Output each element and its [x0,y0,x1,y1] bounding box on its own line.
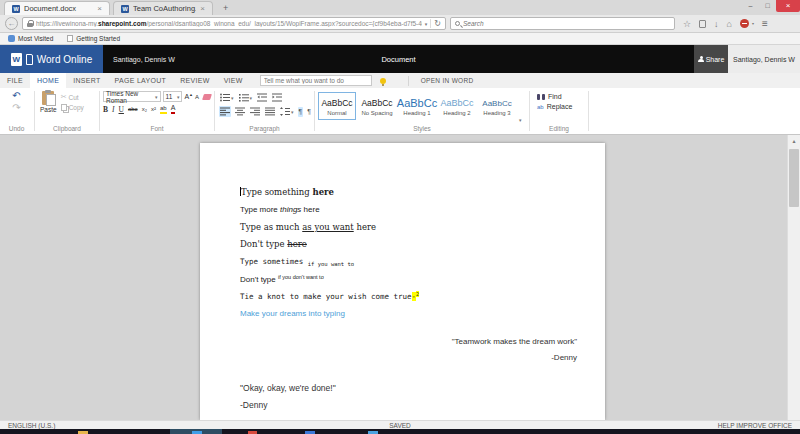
align-center-button[interactable] [234,106,246,117]
increase-indent-button[interactable] [271,92,283,103]
superscript-button[interactable]: x² [151,106,156,112]
underline-button[interactable]: U [119,105,124,114]
shrink-font-button[interactable]: A [195,94,199,100]
doc-line-6[interactable]: Don't type if you don't want to [240,274,324,284]
share-button[interactable]: Share [694,45,728,73]
replace-button[interactable]: ab Replace [537,103,587,110]
word-online-logo[interactable]: W Word Online [0,45,103,73]
ribbon: ↶ ↷ Undo Paste ✂ Cut Copy Clipboard [0,88,800,135]
divider [408,76,409,86]
rtl-paragraph-button[interactable]: ¶ [306,107,312,117]
browser-tab-coauthoring[interactable]: W Team CoAuthoring.docx × [113,1,213,15]
restore-button[interactable]: □ [759,0,776,12]
close-window-button[interactable]: × [776,0,800,12]
vertical-scrollbar[interactable]: ▴ [787,135,800,420]
style-heading-1[interactable]: AaBbCc Heading 1 [398,92,436,120]
doc-closing-block[interactable]: "Okay, okay, we're done!" -Denny [240,383,336,410]
adblock-caret-icon[interactable]: ▾ [752,21,754,26]
open-in-word-button[interactable]: OPEN IN WORD [421,77,474,84]
minimize-button[interactable]: – [742,0,759,12]
copy-button[interactable]: Copy [61,104,84,111]
browser-tab-document[interactable]: W Document.docx × [4,1,110,15]
tell-me-box[interactable] [260,75,372,86]
styles-more-button[interactable]: ▾ [518,117,523,125]
line-spacing-button[interactable]: ▾ [279,106,295,117]
tab-close-icon[interactable]: × [97,5,102,13]
signed-in-user[interactable]: Santiago, Dennis W [728,45,800,73]
clear-formatting-icon[interactable] [202,94,212,100]
doc-quote-block[interactable]: "Teamwork makes the dream work" -Denny [452,337,577,362]
new-tab-button[interactable]: + [219,2,232,15]
cut-button[interactable]: ✂ Cut [61,93,84,101]
doc-line-5[interactable]: Type sometimes if you want to [240,257,354,267]
styles-group: AaBbCc Normal AaBbCc No Spacing AaBbCc H… [316,88,528,134]
tab-file[interactable]: FILE [0,73,30,88]
search-bar[interactable] [450,17,675,30]
style-name: No Spacing [361,110,392,116]
doc-line-2[interactable]: Type more things here [240,205,320,214]
bookmark-most-visited[interactable]: Most Visited [8,35,53,42]
doc-line-8[interactable]: Make your dreams into typing [240,309,345,318]
italic-button[interactable]: I [112,105,115,114]
url-dropdown-icon[interactable]: ▾ [425,21,428,27]
scroll-up-icon[interactable]: ▴ [788,135,800,147]
bookmark-getting-started[interactable]: Getting Started [67,35,120,42]
search-input[interactable] [463,20,670,27]
document-page[interactable]: Type something here Type more things her… [200,143,605,420]
windows-taskbar[interactable] [0,429,800,434]
help-improve-office-link[interactable]: HELP IMPROVE OFFICE [718,422,792,429]
tab-review[interactable]: REVIEW [173,73,216,88]
address-bar[interactable]: https://livewinona-my.sharepoint.com/per… [22,17,446,30]
style-heading-3[interactable]: AaBbCc Heading 3 [478,92,516,120]
closing-attribution: -Denny [240,400,336,410]
undo-button[interactable]: ↶ [12,91,20,101]
back-button[interactable]: ← [5,17,18,30]
decrease-indent-button[interactable] [256,92,268,103]
tab-insert[interactable]: INSERT [66,73,107,88]
menu-icon[interactable]: ≡ [762,18,768,29]
style-heading-2[interactable]: AaBbCc Heading 2 [438,92,476,120]
find-label: Find [548,93,562,100]
adblock-icon[interactable] [740,19,749,28]
justify-button[interactable] [264,106,276,117]
paste-button[interactable]: Paste [40,91,57,125]
tab-close-icon[interactable]: × [200,5,205,13]
bold-button[interactable]: B [103,105,108,114]
doc-line-4[interactable]: Don't type here [240,239,307,249]
tell-me-input[interactable] [261,76,371,85]
tab-page-layout[interactable]: PAGE LAYOUT [108,73,174,88]
grow-font-button[interactable]: A▲ [184,92,193,100]
bullets-button[interactable]: ▾ [219,92,235,103]
tab-view[interactable]: VIEW [217,73,250,88]
chevron-down-icon: ▾ [177,94,180,100]
doc-line-3[interactable]: Type as much as you want here [240,222,376,232]
font-family-select[interactable]: Times New Roman ▾ [103,91,161,102]
redo-button[interactable]: ↷ [12,103,20,113]
style-normal[interactable]: AaBbCc Normal [318,92,356,120]
doc-line-1[interactable]: Type something here [240,187,334,197]
font-group: Times New Roman ▾ 11 ▾ A▲ A B I U abc x₂… [101,88,213,134]
numbering-button[interactable]: ▾ [238,92,254,103]
doc-line-7[interactable]: Tie a knot to make your wish come true-2 [240,291,419,301]
bookmark-label: Getting Started [76,35,120,42]
scrollbar-thumb[interactable] [789,149,799,207]
style-preview: AaBbCc [361,97,392,110]
style-no-spacing[interactable]: AaBbCc No Spacing [358,92,396,120]
tab-home[interactable]: HOME [30,73,66,88]
document-title[interactable]: Document [103,55,694,64]
font-size-select[interactable]: 11 ▾ [163,91,183,102]
downloads-icon[interactable]: ↓ [714,19,719,29]
subscript-button[interactable]: x₂ [142,106,147,112]
strikethrough-button[interactable]: abc [128,106,138,112]
style-preview: AaBbCc [482,97,511,110]
align-left-button[interactable] [219,106,231,117]
ltr-paragraph-button[interactable]: ¶ [298,107,304,117]
bookmark-star-icon[interactable]: ☆ [683,19,691,29]
font-color-button[interactable]: A [171,104,176,114]
highlight-button[interactable]: ab [160,105,167,114]
home-icon[interactable]: ⌂ [727,19,732,29]
align-right-button[interactable] [249,106,261,117]
reload-icon[interactable]: ↻ [430,19,441,28]
find-button[interactable]: Find [537,93,587,100]
pocket-icon[interactable] [699,20,706,28]
